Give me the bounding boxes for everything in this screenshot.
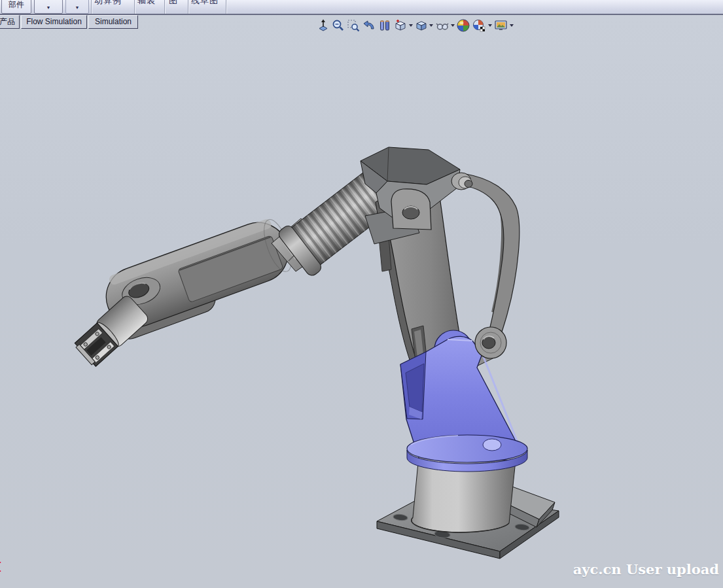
linkage-eye[interactable] <box>475 327 506 358</box>
red-annotation-fragment: { <box>0 560 1 573</box>
toolbar-separator <box>188 0 188 14</box>
apply-scene-icon[interactable] <box>472 19 492 32</box>
insert-component-button[interactable]: 插入零 部件 <box>1 0 31 14</box>
toolbar-button-fragment-4[interactable]: 线草图 <box>191 0 219 8</box>
flange-dome <box>483 439 501 451</box>
chevron-down-icon <box>488 24 492 27</box>
zoom-to-fit-icon[interactable] <box>317 19 330 32</box>
top-toolbar: 插入零 部件 ▼ ▼ 动算例 轴装 图 线草图 <box>0 0 723 15</box>
tab-simulation[interactable]: Simulation <box>88 15 138 29</box>
insert-component-label-line2: 部件 <box>9 0 24 9</box>
toolbar-button-fragment-3[interactable]: 图 <box>169 0 178 8</box>
toolbar-dropdown-button-2[interactable]: ▼ <box>65 0 89 14</box>
chevron-down-icon: ▼ <box>66 3 88 12</box>
edit-appearance-icon[interactable] <box>457 19 470 32</box>
zoom-to-area-icon[interactable] <box>347 19 360 32</box>
tab-product[interactable]: 产品 <box>0 15 20 29</box>
toolbar-separator <box>134 0 135 14</box>
chevron-down-icon: ▼ <box>35 3 62 12</box>
headsup-view-toolbar <box>317 18 516 33</box>
hide-show-items-icon[interactable] <box>435 19 455 32</box>
toolbar-separator <box>164 0 165 14</box>
chevron-down-icon <box>409 24 413 27</box>
section-view-icon[interactable] <box>378 19 391 32</box>
graphics-viewport[interactable]: { ayc.cn User upload <box>0 15 723 588</box>
zoom-in-out-icon[interactable] <box>332 19 345 32</box>
toolbar-button-fragment-2[interactable]: 轴装 <box>137 0 156 8</box>
display-style-icon[interactable] <box>415 19 433 32</box>
robot-arm-assembly[interactable] <box>0 15 723 588</box>
linkage-bar[interactable] <box>461 174 520 353</box>
toolbar-dropdown-button-1[interactable]: ▼ <box>34 0 63 14</box>
elbow-clevis[interactable] <box>391 189 431 230</box>
view-settings-icon[interactable] <box>494 19 514 32</box>
chevron-down-icon <box>510 24 514 27</box>
view-orientation-icon[interactable] <box>393 19 413 32</box>
previous-view-icon[interactable] <box>362 19 376 32</box>
chevron-down-icon <box>451 24 455 27</box>
flange-disc[interactable] <box>407 435 527 472</box>
toolbar-button-motion-study[interactable]: 动算例 <box>94 0 122 8</box>
toolbar-separator <box>226 0 226 14</box>
watermark-text: ayc.cn User upload <box>573 561 719 578</box>
chevron-down-icon <box>429 24 433 27</box>
tab-flow-simulation[interactable]: Flow Simulation <box>21 15 87 29</box>
toolbar-separator <box>91 0 92 14</box>
